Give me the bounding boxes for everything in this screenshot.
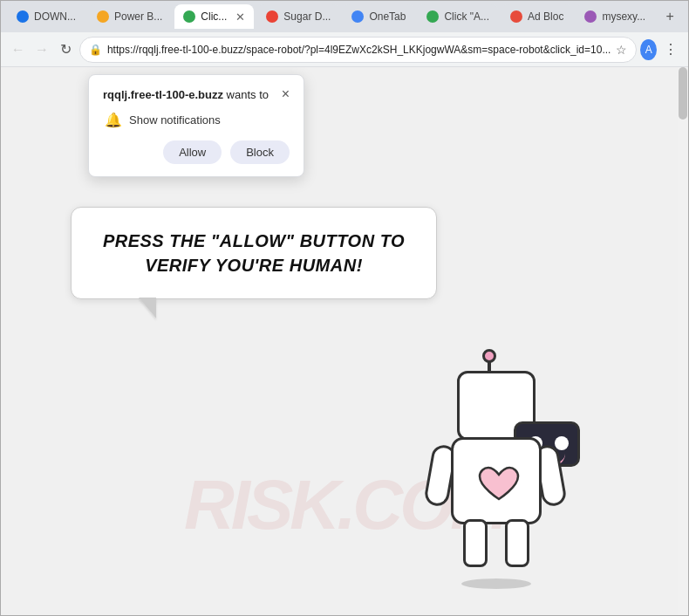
robot-head <box>457 371 536 441</box>
robot-leg-right <box>505 519 529 567</box>
nav-bar: ← → ↻ 🔒 https://rqqlj.free-tl-100-e.buzz… <box>1 32 688 67</box>
tab7-favicon <box>510 10 522 23</box>
tab2-favicon <box>97 10 109 23</box>
address-bar[interactable]: 🔒 https://rqqlj.free-tl-100-e.buzz/space… <box>79 37 638 63</box>
tab5-favicon <box>351 10 364 23</box>
window-controls: − □ ✕ <box>682 1 689 32</box>
title-bar: DOWN... Power B... Clic... ✕ Sugar D... <box>1 1 688 32</box>
tab3-close-icon[interactable]: ✕ <box>235 10 245 24</box>
speech-bubble-text: PRESS THE "ALLOW" BUTTON TO VERIFY YOU'R… <box>98 229 410 277</box>
robot-body <box>409 345 583 589</box>
robot-shadow <box>461 578 531 589</box>
tab-4[interactable]: Sugar D... <box>257 4 339 29</box>
tab-8[interactable]: mysexy... <box>576 4 654 29</box>
page-content: RISK.COM PRESS THE "ALLOW" BUTTON TO VER… <box>1 67 688 615</box>
robot-eye-right <box>555 436 569 450</box>
robot-torso <box>451 437 542 524</box>
tab-3-active[interactable]: Clic... ✕ <box>174 4 254 29</box>
popup-wants-to: wants to <box>227 88 269 101</box>
popup-header: rqqlj.free-tl-100-e.buzz wants to × <box>103 87 290 103</box>
tab3-favicon <box>183 10 195 23</box>
block-button[interactable]: Block <box>230 140 290 164</box>
popup-title: rqqlj.free-tl-100-e.buzz wants to <box>103 87 269 103</box>
tabs-container: DOWN... Power B... Clic... ✕ Sugar D... <box>8 4 682 29</box>
tab7-label: Ad Bloc <box>528 10 563 23</box>
tab4-label: Sugar D... <box>283 10 331 23</box>
popup-actions: Allow Block <box>103 140 290 164</box>
allow-button[interactable]: Allow <box>163 140 222 164</box>
tab1-favicon <box>17 10 29 23</box>
tab5-label: OneTab <box>369 10 406 23</box>
minimize-button[interactable]: − <box>682 1 689 32</box>
popup-notification-row: 🔔 Show notifications <box>103 112 290 128</box>
browser-content: RISK.COM PRESS THE "ALLOW" BUTTON TO VER… <box>1 67 688 615</box>
tab2-label: Power B... <box>114 10 162 23</box>
popup-close-icon[interactable]: × <box>282 87 290 101</box>
security-icon: 🔒 <box>89 44 102 56</box>
robot-heart-icon <box>478 466 520 503</box>
speech-bubble: PRESS THE "ALLOW" BUTTON TO VERIFY YOU'R… <box>71 207 437 299</box>
tab4-favicon <box>266 10 278 23</box>
tab3-label: Clic... <box>201 10 227 23</box>
tab-7[interactable]: Ad Bloc <box>501 4 572 29</box>
tab-6[interactable]: Click "A... <box>418 4 498 29</box>
tab8-label: mysexy... <box>602 10 645 23</box>
reload-button[interactable]: ↻ <box>56 37 76 63</box>
window-buttons: − □ ✕ <box>682 1 689 32</box>
profile-icon[interactable]: A <box>640 39 657 60</box>
scrollbar-track <box>678 67 688 615</box>
scrollbar-thumb[interactable] <box>679 67 687 120</box>
browser-frame: DOWN... Power B... Clic... ✕ Sugar D... <box>0 0 689 616</box>
speech-bubble-area: PRESS THE "ALLOW" BUTTON TO VERIFY YOU'R… <box>71 207 437 318</box>
address-text: https://rqqlj.free-tl-100-e.buzz/space-r… <box>107 44 611 56</box>
popup-show-text: Show notifications <box>129 113 221 127</box>
tab6-label: Click "A... <box>444 10 489 23</box>
menu-icon[interactable]: ⋮ <box>660 38 681 61</box>
tab-1[interactable]: DOWN... <box>8 4 85 29</box>
robot-illustration <box>409 345 583 589</box>
tab6-favicon <box>426 10 439 23</box>
tab8-favicon <box>584 10 597 23</box>
speech-bubble-tail <box>140 299 156 318</box>
notification-popup: rqqlj.free-tl-100-e.buzz wants to × 🔔 Sh… <box>88 74 304 177</box>
forward-button[interactable]: → <box>31 37 51 63</box>
robot-antenna-ball <box>482 349 496 363</box>
robot-leg-left <box>463 519 488 567</box>
bookmark-icon[interactable]: ☆ <box>616 43 627 57</box>
back-button[interactable]: ← <box>8 37 28 63</box>
tab-2[interactable]: Power B... <box>88 4 171 29</box>
new-tab-button[interactable]: + <box>658 4 682 29</box>
tab-5[interactable]: OneTab <box>343 4 414 29</box>
bell-icon: 🔔 <box>105 112 122 128</box>
popup-site-name: rqqlj.free-tl-100-e.buzz <box>103 88 223 101</box>
tab1-label: DOWN... <box>34 10 76 23</box>
